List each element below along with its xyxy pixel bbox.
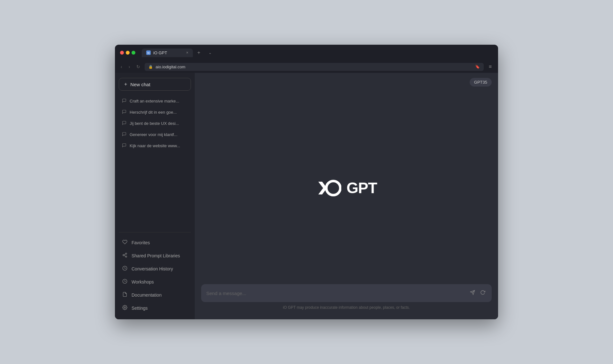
sidebar-item-documentation[interactable]: Documentation <box>119 289 191 301</box>
chat-item[interactable]: Jij bent de beste UX desi... <box>119 118 191 129</box>
svg-point-9 <box>326 181 340 195</box>
chat-bubble-icon <box>122 132 126 137</box>
workshops-clock-icon <box>122 279 128 285</box>
refresh-button[interactable]: ↻ <box>134 63 142 71</box>
close-button[interactable] <box>120 51 124 55</box>
heart-icon <box>122 239 128 246</box>
browser-menu-icon[interactable]: ≡ <box>486 63 494 71</box>
sidebar-nav: Favorites Shared Prompt Libraries <box>119 236 191 314</box>
top-bar: GPT35 <box>195 73 498 92</box>
chat-bubble-icon <box>122 143 126 148</box>
maximize-button[interactable] <box>132 51 135 55</box>
sidebar-item-workshops[interactable]: Workshops <box>119 276 191 288</box>
chat-item-text: Genereer voor mij klantf... <box>130 132 178 137</box>
chat-item-text: Craft an extensive marke... <box>130 99 179 103</box>
message-input[interactable] <box>206 291 465 296</box>
sidebar-item-label: Conversation History <box>132 266 173 271</box>
chat-item-text: Kijk naar de website www... <box>130 143 180 148</box>
sidebar-item-label: Shared Prompt Libraries <box>132 253 180 258</box>
svg-point-0 <box>125 253 127 254</box>
chat-item-text: Jij bent de beste UX desi... <box>130 121 179 126</box>
io-logo-symbol <box>316 178 341 198</box>
sidebar-item-favorites[interactable]: Favorites <box>119 236 191 249</box>
back-button[interactable]: ‹ <box>119 63 124 71</box>
url-text: aio.iodigital.com <box>155 64 472 69</box>
clock-icon <box>122 266 128 272</box>
refresh-button[interactable] <box>479 289 487 298</box>
chat-item[interactable]: Kijk naar de website www... <box>119 140 191 151</box>
logo-area: GPT <box>316 178 377 198</box>
chat-item[interactable]: Craft an extensive marke... <box>119 96 191 106</box>
doc-icon <box>122 292 128 298</box>
message-input-container <box>201 284 492 302</box>
tab-dropdown-button[interactable]: ⌄ <box>205 49 216 57</box>
traffic-lights <box>120 51 135 55</box>
sidebar: + New chat Craft an extensive marke... H… <box>115 73 195 319</box>
new-chat-label: New chat <box>130 82 150 87</box>
chat-item-text: Herschrijf dit in een goe... <box>130 110 177 115</box>
new-tab-button[interactable]: + <box>194 48 203 57</box>
share-icon <box>122 253 128 259</box>
lock-icon: 🔒 <box>148 65 153 69</box>
send-button[interactable] <box>469 289 476 298</box>
plus-icon: + <box>124 81 127 87</box>
sidebar-item-label: Documentation <box>132 292 162 298</box>
disclaimer-text: iO GPT may produce inaccurate informatio… <box>201 305 492 310</box>
tab-bar: io iO GPT × + ⌄ <box>139 48 216 57</box>
input-actions <box>469 289 487 298</box>
chat-list: Craft an extensive marke... Herschrijf d… <box>119 96 191 228</box>
chat-bubble-icon <box>122 98 126 104</box>
app-content: + New chat Craft an extensive marke... H… <box>115 73 498 319</box>
input-area: iO GPT may produce inaccurate informatio… <box>195 284 498 319</box>
sidebar-item-conversation-history[interactable]: Conversation History <box>119 262 191 275</box>
active-tab[interactable]: io iO GPT × <box>142 49 193 57</box>
sidebar-item-label: Workshops <box>132 279 154 284</box>
title-bar: io iO GPT × + ⌄ <box>115 45 498 61</box>
svg-line-3 <box>124 255 126 256</box>
svg-point-1 <box>123 254 124 256</box>
sidebar-item-label: Favorites <box>132 240 150 245</box>
model-badge[interactable]: GPT35 <box>470 78 492 87</box>
new-chat-button[interactable]: + New chat <box>119 78 191 91</box>
chat-item[interactable]: Genereer voor mij klantf... <box>119 129 191 140</box>
main-content: GPT35 GPT <box>195 73 498 319</box>
address-bar-row: ‹ › ↻ 🔒 aio.iodigital.com 🔖 ≡ <box>115 61 498 73</box>
tab-favicon: io <box>146 50 151 55</box>
chat-bubble-icon <box>122 110 126 115</box>
svg-line-4 <box>124 254 126 255</box>
chat-item[interactable]: Herschrijf dit in een goe... <box>119 107 191 118</box>
sidebar-item-shared-prompt-libraries[interactable]: Shared Prompt Libraries <box>119 249 191 262</box>
minimize-button[interactable] <box>126 51 130 55</box>
svg-point-7 <box>124 307 125 308</box>
tab-title: iO GPT <box>153 50 167 55</box>
svg-point-2 <box>125 256 127 257</box>
tab-close-icon[interactable]: × <box>186 50 188 55</box>
sidebar-item-label: Settings <box>132 306 148 311</box>
browser-chrome: io iO GPT × + ⌄ ‹ › ↻ 🔒 aio.iodigital.co… <box>115 45 498 73</box>
gear-icon <box>122 305 128 311</box>
browser-window: io iO GPT × + ⌄ ‹ › ↻ 🔒 aio.iodigital.co… <box>115 45 498 319</box>
center-area: GPT <box>195 92 498 284</box>
address-bar[interactable]: 🔒 aio.iodigital.com 🔖 <box>145 63 483 71</box>
forward-button[interactable]: › <box>127 63 132 71</box>
logo-gpt-text: GPT <box>346 179 377 197</box>
bookmark-icon: 🔖 <box>475 64 480 69</box>
chat-bubble-icon <box>122 121 126 126</box>
sidebar-item-settings[interactable]: Settings <box>119 302 191 314</box>
sidebar-divider <box>119 232 191 232</box>
